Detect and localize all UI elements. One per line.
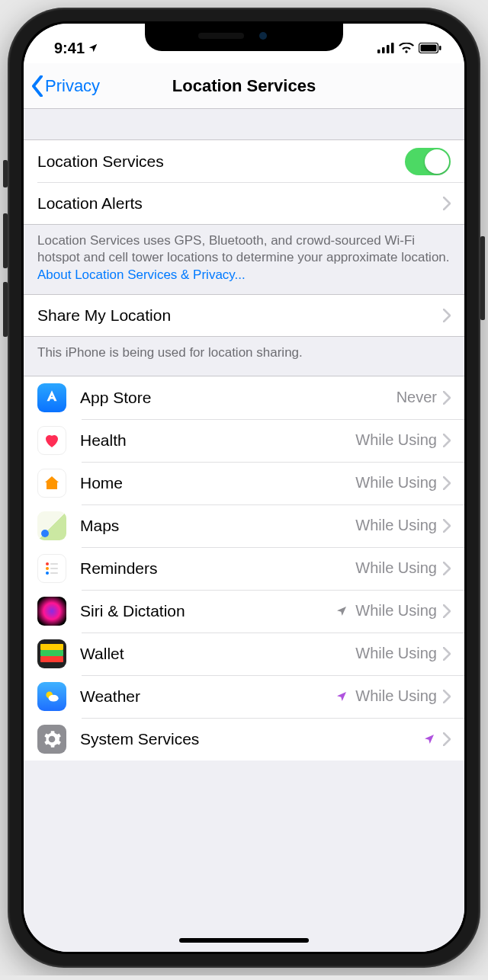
chevron-right-icon	[443, 647, 451, 661]
apps-list: App StoreNeverHealthWhile UsingHomeWhile…	[24, 376, 464, 761]
share-my-location-row[interactable]: Share My Location	[24, 294, 464, 337]
app-row-home[interactable]: HomeWhile Using	[24, 462, 464, 504]
svg-point-14	[49, 695, 59, 702]
health-app-icon	[37, 426, 66, 455]
svg-rect-5	[421, 45, 437, 52]
app-row-maps[interactable]: MapsWhile Using	[24, 504, 464, 547]
appstore-app-icon	[37, 383, 66, 412]
chevron-right-icon	[443, 476, 451, 490]
notch	[145, 24, 343, 51]
app-row-appstore[interactable]: App StoreNever	[24, 376, 464, 419]
location-arrow-icon	[423, 733, 435, 745]
app-name-label: Health	[80, 431, 355, 450]
app-name-label: App Store	[80, 389, 396, 407]
chevron-right-icon	[443, 690, 451, 703]
app-name-label: Reminders	[80, 559, 355, 578]
app-permission-value: Never	[396, 389, 437, 406]
chevron-right-icon	[443, 562, 451, 575]
app-name-label: Home	[80, 474, 355, 492]
system-app-icon	[37, 725, 66, 754]
battery-icon	[419, 43, 441, 53]
svg-rect-11	[50, 568, 58, 569]
app-permission-value: While Using	[355, 431, 437, 449]
chevron-right-icon	[443, 197, 451, 210]
location-services-description: Location Services uses GPS, Bluetooth, a…	[24, 225, 464, 294]
siri-app-icon	[37, 597, 66, 626]
back-button[interactable]: Privacy	[31, 75, 100, 97]
app-row-wallet[interactable]: WalletWhile Using	[24, 633, 464, 675]
chevron-right-icon	[443, 309, 451, 322]
wifi-icon	[399, 43, 414, 53]
svg-rect-0	[377, 50, 380, 53]
app-permission-value: While Using	[355, 474, 437, 492]
svg-point-7	[46, 562, 49, 565]
app-name-label: Weather	[80, 687, 336, 706]
location-arrow-icon	[336, 605, 348, 617]
location-services-switch[interactable]	[405, 148, 451, 175]
chevron-right-icon	[443, 732, 451, 746]
svg-rect-3	[391, 43, 394, 53]
app-row-reminders[interactable]: RemindersWhile Using	[24, 547, 464, 590]
navigation-bar: Privacy Location Services	[24, 63, 464, 109]
app-permission-value: While Using	[355, 687, 437, 705]
share-location-description: This iPhone is being used for location s…	[24, 337, 464, 375]
chevron-left-icon	[31, 75, 43, 97]
app-name-label: Maps	[80, 517, 355, 535]
svg-rect-2	[387, 45, 390, 53]
wallet-app-icon	[37, 639, 66, 668]
home-indicator[interactable]	[179, 938, 309, 943]
device-frame: 9:41	[8, 8, 480, 968]
app-permission-value: While Using	[355, 602, 437, 620]
svg-point-9	[46, 572, 49, 575]
location-services-toggle-row[interactable]: Location Services	[24, 139, 464, 182]
app-name-label: System Services	[80, 730, 423, 748]
app-row-weather[interactable]: WeatherWhile Using	[24, 675, 464, 718]
side-button[interactable]	[480, 236, 485, 320]
app-permission-value: While Using	[355, 559, 437, 577]
app-name-label: Siri & Dictation	[80, 602, 336, 620]
about-location-privacy-link[interactable]: About Location Services & Privacy...	[37, 267, 246, 282]
app-name-label: Wallet	[80, 645, 355, 663]
back-label: Privacy	[45, 76, 100, 96]
cellular-signal-icon	[377, 43, 394, 53]
mute-switch[interactable]	[3, 160, 8, 187]
app-permission-value: While Using	[355, 645, 437, 662]
svg-rect-12	[50, 572, 58, 574]
chevron-right-icon	[443, 434, 451, 447]
chevron-right-icon	[443, 519, 451, 533]
location-alerts-label: Location Alerts	[37, 194, 443, 213]
status-time: 9:41	[54, 40, 85, 57]
share-my-location-label: Share My Location	[37, 306, 443, 325]
svg-rect-10	[50, 563, 58, 565]
app-row-system[interactable]: System Services	[24, 718, 464, 761]
content-scroll[interactable]: Location Services Location Alerts Locati…	[24, 109, 464, 952]
app-row-siri[interactable]: Siri & DictationWhile Using	[24, 590, 464, 633]
volume-up-button[interactable]	[3, 213, 8, 268]
weather-app-icon	[37, 682, 66, 711]
maps-app-icon	[37, 511, 66, 540]
location-indicator-icon	[88, 40, 98, 57]
app-row-health[interactable]: HealthWhile Using	[24, 419, 464, 462]
location-services-label: Location Services	[37, 152, 405, 171]
volume-down-button[interactable]	[3, 282, 8, 337]
home-app-icon	[37, 469, 66, 498]
chevron-right-icon	[443, 604, 451, 618]
reminders-app-icon	[37, 554, 66, 583]
chevron-right-icon	[443, 391, 451, 405]
location-arrow-icon	[336, 690, 348, 703]
app-permission-value: While Using	[355, 517, 437, 534]
svg-rect-6	[439, 46, 441, 50]
svg-rect-1	[382, 47, 385, 53]
svg-point-8	[46, 567, 49, 570]
location-alerts-row[interactable]: Location Alerts	[24, 182, 464, 225]
